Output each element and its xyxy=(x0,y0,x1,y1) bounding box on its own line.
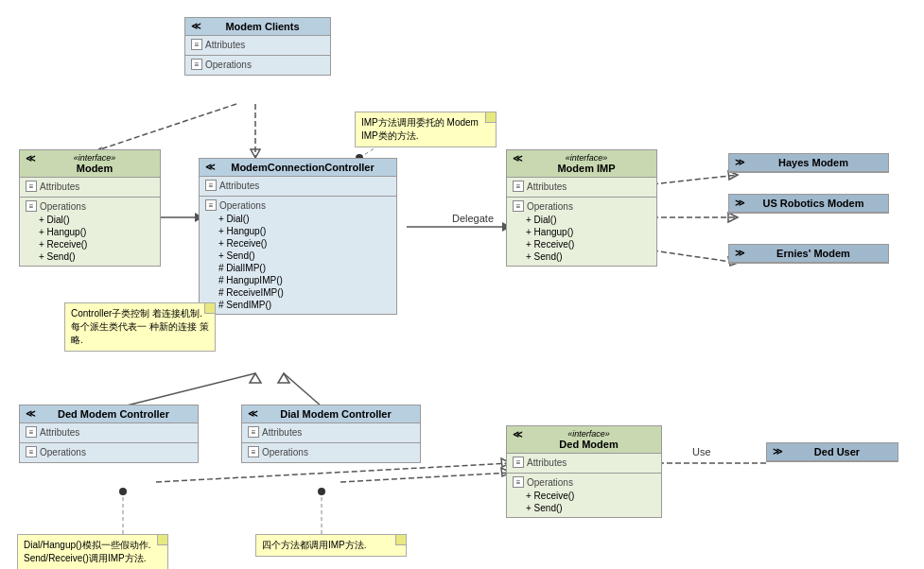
modem-imp-attr-icon: ≡ xyxy=(513,181,524,192)
mcc-attr-icon: ≡ xyxy=(205,180,217,191)
ded-modem-operations-section: ≡ Operations + Receive() + Send() xyxy=(507,474,661,517)
modem-imp-box: ≪ «interface» Modem IMP ≡ Attributes ≡ O… xyxy=(506,149,657,267)
ded-user-title: Ded User xyxy=(814,446,860,457)
hayes-title: Hayes Modem xyxy=(778,157,848,168)
mcc-attributes-label: Attributes xyxy=(219,181,259,191)
svg-marker-3 xyxy=(251,149,260,158)
ded-ctrl-attributes: ≡ Attributes xyxy=(20,423,198,443)
ded-modem-op-1: + Receive() xyxy=(513,490,655,502)
ded-user-box: ≫ Ded User xyxy=(766,442,898,462)
mcc-op-2: + Hangup() xyxy=(205,225,391,237)
modem-imp-ops-icon: ≡ xyxy=(513,200,524,212)
mcc-op-5: # DialIMP() xyxy=(205,262,391,274)
dial-ctrl-attr-icon: ≡ xyxy=(248,426,259,438)
dial-ctrl-attributes: ≡ Attributes xyxy=(242,423,420,443)
dial-ctrl-operations: ≡ Operations xyxy=(242,443,420,462)
ded-modem-operations-label: Operations xyxy=(527,477,573,488)
modem-imp-attributes: ≡ Attributes xyxy=(507,178,656,198)
ded-modem-controller-box: ≪ Ded Modem Controller ≡ Attributes ≡ Op… xyxy=(19,405,199,463)
modem-clients-box: ≪ Modem Clients ≡ Attributes ≡ Operation… xyxy=(184,17,331,76)
modem-header: ≪ «interface» Modem xyxy=(20,150,160,178)
ded-modem-expand-icon[interactable]: ≪ xyxy=(513,429,522,440)
delegate-label: Delegate xyxy=(452,213,494,224)
svg-point-29 xyxy=(119,488,127,495)
svg-line-21 xyxy=(340,473,511,482)
modem-op-2: + Hangup() xyxy=(26,226,154,238)
ded-user-expand-icon[interactable]: ≫ xyxy=(773,446,782,457)
ded-ctrl-attr-icon: ≡ xyxy=(26,426,37,438)
modem-op-1: + Dial() xyxy=(26,214,154,226)
mcc-op-8: # SendIMP() xyxy=(205,299,391,311)
modem-expand-icon[interactable]: ≪ xyxy=(26,153,35,164)
modem-imp-operations-section: ≡ Operations + Dial() + Hangup() + Recei… xyxy=(507,198,656,266)
ded-ctrl-attributes-label: Attributes xyxy=(40,427,79,438)
modem-op-3: + Receive() xyxy=(26,238,154,250)
ded-modem-attr-icon: ≡ xyxy=(513,457,524,468)
ernies-header: ≫ Ernies' Modem xyxy=(729,245,888,263)
modem-operations-section: ≡ Operations + Dial() + Hangup() + Recei… xyxy=(20,198,160,266)
controller-note-text: Controller子类控制 着连接机制. 每个派生类代表一 种新的连接 策略. xyxy=(71,308,209,345)
svg-line-13 xyxy=(653,250,738,263)
ernies-expand-icon[interactable]: ≫ xyxy=(735,248,744,258)
mcc-op-1: + Dial() xyxy=(205,213,391,225)
modem-clients-header: ≪ Modem Clients xyxy=(185,18,330,36)
ded-modem-box: ≪ «interface» Ded Modem ≡ Attributes ≡ O… xyxy=(506,425,662,518)
modem-op-4: + Send() xyxy=(26,250,154,263)
dial-modem-controller-box: ≪ Dial Modem Controller ≡ Attributes ≡ O… xyxy=(241,405,421,463)
modem-imp-stereotype: «interface» xyxy=(513,153,651,163)
ded-modem-header: ≪ «interface» Ded Modem xyxy=(507,426,661,454)
modem-imp-expand-icon[interactable]: ≪ xyxy=(513,153,522,164)
dial-ctrl-ops-icon: ≡ xyxy=(248,446,259,457)
ded-ctrl-note-text: Dial/Hangup()模拟一些假动作. Send/Receive()调用IM… xyxy=(24,540,150,563)
modem-attributes: ≡ Attributes xyxy=(20,178,160,198)
modem-stereotype: «interface» xyxy=(26,153,154,163)
svg-line-0 xyxy=(95,104,236,151)
ded-ctrl-operations: ≡ Operations xyxy=(20,443,198,462)
modem-box: ≪ «interface» Modem ≡ Attributes ≡ Opera… xyxy=(19,149,161,267)
modem-attr-icon: ≡ xyxy=(26,181,37,192)
diagram-container: ≪ Modem Clients ≡ Attributes ≡ Operation… xyxy=(0,0,924,569)
ded-ctrl-operations-label: Operations xyxy=(40,447,86,457)
mcc-operations-section: ≡ Operations + Dial() + Hangup() + Recei… xyxy=(200,197,396,314)
controller-note: Controller子类控制 着连接机制. 每个派生类代表一 种新的连接 策略. xyxy=(64,302,216,352)
imp-note-text: IMP方法调用委托的 Modem IMP类的方法. xyxy=(361,117,479,141)
svg-point-31 xyxy=(318,488,325,495)
modem-clients-attributes: ≡ Attributes xyxy=(185,36,330,56)
mcc-title: ModemConnectionController xyxy=(231,162,375,173)
modem-imp-op-1: + Dial() xyxy=(513,214,651,226)
modem-imp-op-2: + Hangup() xyxy=(513,226,651,238)
modem-clients-expand-icon[interactable]: ≪ xyxy=(191,21,200,31)
modem-imp-operations-label: Operations xyxy=(527,201,573,212)
ded-modem-ctrl-header: ≪ Ded Modem Controller xyxy=(20,405,198,423)
modem-imp-op-3: + Receive() xyxy=(513,238,651,250)
dial-ctrl-expand-icon[interactable]: ≪ xyxy=(248,408,257,419)
svg-line-17 xyxy=(284,373,322,406)
modem-imp-header: ≪ «interface» Modem IMP xyxy=(507,150,656,178)
mcc-box: ≪ ModemConnectionController ≡ Attributes… xyxy=(199,158,397,315)
attributes-icon: ≡ xyxy=(191,39,202,50)
modem-clients-title: Modem Clients xyxy=(225,21,299,32)
ded-modem-ops-icon: ≡ xyxy=(513,476,524,488)
svg-marker-18 xyxy=(278,373,289,383)
ded-modem-attributes: ≡ Attributes xyxy=(507,454,661,474)
mcc-op-7: # ReceiveIMP() xyxy=(205,286,391,299)
us-robotics-expand-icon[interactable]: ≫ xyxy=(735,198,744,208)
mcc-header: ≪ ModemConnectionController xyxy=(200,159,396,177)
hayes-expand-icon[interactable]: ≫ xyxy=(735,157,744,167)
mcc-expand-icon[interactable]: ≪ xyxy=(205,162,215,172)
mcc-ops-icon: ≡ xyxy=(205,199,217,211)
ded-ctrl-title: Ded Modem Controller xyxy=(58,408,169,420)
modem-imp-attributes-label: Attributes xyxy=(527,181,567,192)
ded-ctrl-expand-icon[interactable]: ≪ xyxy=(26,408,35,419)
arrows-svg xyxy=(0,0,924,569)
svg-line-9 xyxy=(653,175,738,184)
hayes-modem-box: ≫ Hayes Modem xyxy=(728,153,889,173)
modem-clients-attributes-label: Attributes xyxy=(205,40,245,50)
dial-ctrl-note-text: 四个方法都调用IMP方法. xyxy=(262,540,367,550)
mcc-op-6: # HangupIMP() xyxy=(205,274,391,286)
svg-line-15 xyxy=(123,373,255,406)
ded-modem-attributes-label: Attributes xyxy=(527,457,567,468)
ernies-modem-box: ≫ Ernies' Modem xyxy=(728,244,889,264)
dial-ctrl-attributes-label: Attributes xyxy=(262,427,302,438)
modem-clients-operations-label: Operations xyxy=(205,60,252,70)
